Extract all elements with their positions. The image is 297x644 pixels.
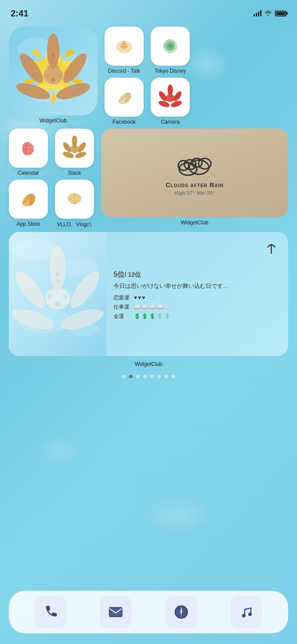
horoscope-money-row: 金運 💲💲💲💲💲 xyxy=(113,313,281,320)
discord-icon xyxy=(105,27,144,66)
svg-rect-42 xyxy=(9,232,106,356)
dot-7 xyxy=(164,375,168,378)
svg-point-10 xyxy=(51,58,55,62)
svg-point-15 xyxy=(51,78,55,82)
svg-point-66 xyxy=(180,611,182,613)
camera-label: Camera xyxy=(161,119,180,125)
phone-icon xyxy=(43,604,59,620)
top-right-grid: Discord - Talk Tokyo Disney xyxy=(105,27,288,125)
svg-point-67 xyxy=(242,614,246,617)
middle-left: Calendar App Store xyxy=(9,129,48,227)
middle-right-col: Slack VLLO、Vlogの xyxy=(55,129,94,228)
app-calendar[interactable]: Calendar xyxy=(9,129,48,176)
svg-point-44 xyxy=(62,259,98,276)
weather-sub: High:37° Min:30° xyxy=(175,190,215,196)
slack-icon xyxy=(55,129,94,168)
dock-mail[interactable] xyxy=(100,596,132,628)
status-bar: 2:41 xyxy=(0,0,297,22)
battery-icon xyxy=(275,11,286,16)
facebook-label: Facebook xyxy=(113,119,136,125)
weather-widget[interactable]: Clouds after Rain High:37° Min:30° Widge… xyxy=(101,129,288,226)
svg-point-4 xyxy=(47,33,59,69)
svg-point-57 xyxy=(63,294,68,298)
svg-point-9 xyxy=(52,54,55,57)
svg-rect-41 xyxy=(9,232,106,356)
status-icons xyxy=(254,10,286,16)
page-dots xyxy=(9,375,288,378)
signal-icon xyxy=(254,10,262,16)
top-right-row-1: Discord - Talk Tokyo Disney xyxy=(105,27,288,74)
svg-point-27 xyxy=(72,136,77,147)
calendar-icon xyxy=(9,129,48,168)
svg-point-54 xyxy=(55,279,60,283)
horoscope-work-icons: 📖📖📖📖📖 xyxy=(134,304,171,310)
horoscope-widget[interactable]: 5位/ 12位 今日は思いがけない幸せが舞い込む日です… 恋愛運 ♥♥♥♡♡ 仕… xyxy=(9,232,288,356)
dot-4 xyxy=(143,375,147,378)
dock-music[interactable] xyxy=(231,596,262,628)
middle-row: Calendar App Store xyxy=(9,129,288,228)
svg-point-50 xyxy=(11,267,50,312)
svg-point-52 xyxy=(10,305,57,334)
svg-point-46 xyxy=(69,323,100,336)
weather-widget-label: WidgetClub xyxy=(181,220,208,226)
dot-6 xyxy=(157,375,161,378)
weather-box: Clouds after Rain High:37° Min:30° xyxy=(101,129,288,217)
svg-point-33 xyxy=(74,145,76,148)
app-store-label: App Store xyxy=(16,221,40,227)
horoscope-widget-label: WidgetClub xyxy=(135,361,162,367)
horoscope-text: 今日は思いがけない幸せが舞い込む日です… xyxy=(113,282,281,291)
dock-compass[interactable] xyxy=(165,596,197,628)
facebook-icon xyxy=(105,78,144,117)
svg-point-47 xyxy=(45,287,70,310)
tokyo-disney-label: Tokyo Disney xyxy=(154,68,186,74)
dock-phone[interactable] xyxy=(35,596,66,628)
dot-2[interactable] xyxy=(129,375,133,378)
compass-icon xyxy=(173,604,189,620)
widgetclub-large-icon: 🌟 xyxy=(9,27,98,115)
svg-point-45 xyxy=(18,308,71,333)
dot-1 xyxy=(122,375,125,378)
svg-point-11 xyxy=(56,65,59,68)
dot-5 xyxy=(150,375,154,378)
app-tokyo-disney[interactable]: Tokyo Disney xyxy=(151,27,190,74)
horoscope-sign xyxy=(263,241,279,260)
vllo-label: VLLO、Vlogの xyxy=(57,221,92,228)
app-discord[interactable]: Discord - Talk xyxy=(105,27,144,74)
svg-rect-61 xyxy=(109,608,122,617)
app-facebook[interactable]: Facebook xyxy=(105,78,144,125)
horoscope-love-label: 恋愛運 xyxy=(113,294,131,302)
app-store-icon xyxy=(9,180,48,219)
horoscope-content: 5位/ 12位 今日は思いがけない幸せが舞い込む日です… 恋愛運 ♥♥♥♡♡ 仕… xyxy=(106,232,288,356)
app-vllo[interactable]: VLLO、Vlogの xyxy=(55,180,94,228)
horoscope-work-label: 仕事運 xyxy=(113,303,131,311)
dot-3 xyxy=(136,375,140,378)
weather-title: Clouds after Rain xyxy=(166,181,224,188)
horoscope-image xyxy=(9,232,106,356)
horoscope-love-row: 恋愛運 ♥♥♥♡♡ xyxy=(113,294,281,302)
svg-point-49 xyxy=(59,305,106,334)
app-slack[interactable]: Slack xyxy=(55,129,94,176)
dot-8 xyxy=(172,375,175,378)
mail-icon xyxy=(108,604,124,620)
starfish-svg xyxy=(9,27,98,115)
app-widgetclub-large[interactable]: 🌟 xyxy=(9,27,98,124)
calendar-label: Calendar xyxy=(18,170,39,176)
top-section: 🌟 xyxy=(9,27,288,125)
weather-cloud-icon xyxy=(175,150,215,177)
svg-point-48 xyxy=(50,246,66,291)
svg-point-56 xyxy=(51,286,54,289)
status-time: 2:41 xyxy=(11,8,28,19)
svg-point-13 xyxy=(58,74,62,77)
svg-point-34 xyxy=(67,193,82,204)
horoscope-money-label: 金運 xyxy=(113,313,131,320)
horoscope-rank: 5位/ 12位 xyxy=(113,266,281,280)
wifi-icon xyxy=(264,10,272,16)
tokyo-disney-icon xyxy=(151,27,190,66)
app-camera[interactable]: Camera xyxy=(151,78,190,125)
svg-point-53 xyxy=(56,272,59,276)
horoscope-money-icons: 💲💲💲💲💲 xyxy=(134,313,171,319)
horoscope-love-icons: ♥♥♥♡♡ xyxy=(134,295,156,301)
vllo-icon xyxy=(55,180,94,219)
svg-point-12 xyxy=(47,65,50,68)
app-store[interactable]: App Store xyxy=(9,180,48,227)
